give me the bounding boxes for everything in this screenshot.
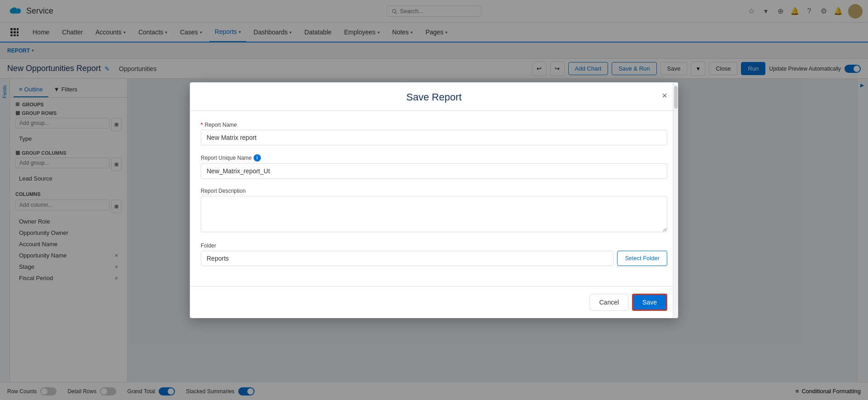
modal-overlay: Save Report × * Report Name Report Uniqu… [0,0,868,400]
select-folder-button[interactable]: Select Folder [617,251,667,266]
modal-header: Save Report × [190,82,678,111]
report-description-label: Report Description [201,188,667,194]
report-description-input[interactable] [201,196,667,232]
modal-body: * Report Name Report Unique Name i Repor… [190,111,678,286]
folder-input[interactable] [201,251,613,266]
folder-label: Folder [201,243,667,249]
required-star: * [201,122,203,128]
modal-save-button[interactable]: Save [632,294,667,311]
report-name-input[interactable] [201,130,667,145]
report-description-group: Report Description [201,188,667,233]
modal-title: Save Report [406,91,462,103]
unique-name-info-icon[interactable]: i [254,154,261,162]
folder-row: Select Folder [201,251,667,266]
report-unique-name-input[interactable] [201,163,667,179]
report-name-group: * Report Name [201,122,667,145]
report-unique-name-group: Report Unique Name i [201,154,667,179]
save-report-modal: Save Report × * Report Name Report Uniqu… [190,82,678,318]
folder-group: Folder Select Folder [201,243,667,266]
report-name-label: * Report Name [201,122,667,128]
report-unique-name-label: Report Unique Name i [201,154,667,162]
modal-scrollbar[interactable] [673,82,678,318]
modal-close-button[interactable]: × [658,90,671,102]
modal-footer: Cancel Save [190,286,678,318]
modal-cancel-button[interactable]: Cancel [590,294,628,311]
